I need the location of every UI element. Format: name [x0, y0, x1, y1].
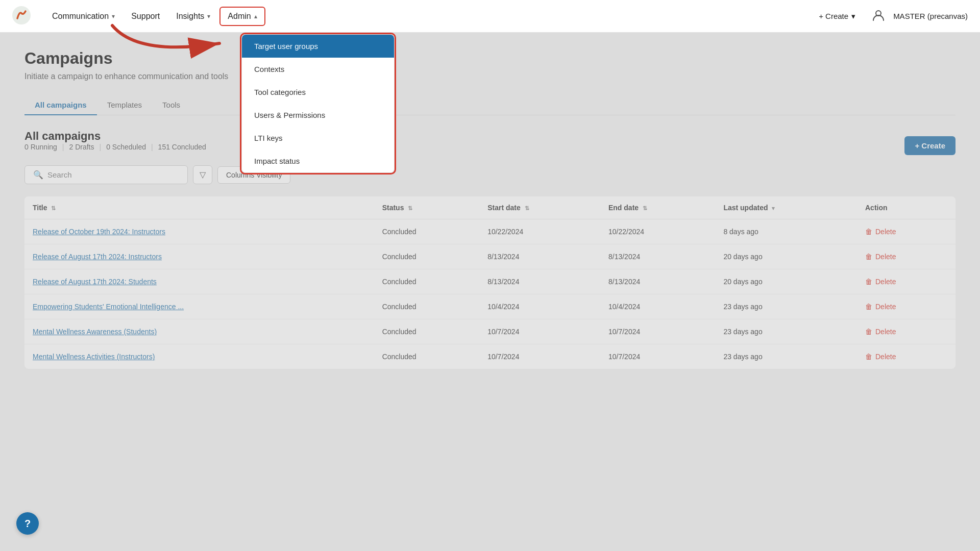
dropdown-item-tool-categories[interactable]: Tool categories: [242, 81, 394, 104]
nav-support[interactable]: Support: [124, 8, 167, 25]
user-icon[interactable]: [872, 8, 885, 24]
nav-support-label: Support: [131, 12, 160, 21]
insights-chevron-icon: ▾: [207, 13, 210, 20]
nav-insights[interactable]: Insights ▾: [169, 8, 217, 25]
dropdown-item-target-user-groups[interactable]: Target user groups: [242, 35, 394, 58]
nav-communication-label: Communication: [52, 12, 109, 21]
navbar: Communication ▾ Support Insights ▾ Admin…: [0, 0, 980, 33]
help-label: ?: [24, 518, 31, 530]
nav-admin-label: Admin: [228, 12, 251, 21]
global-create-button[interactable]: + Create ▾: [811, 8, 864, 25]
master-label: MASTER (precanvas): [893, 12, 968, 20]
dropdown-item-users-permissions[interactable]: Users & Permissions: [242, 104, 394, 127]
admin-chevron-icon: ▴: [254, 13, 257, 20]
nav-insights-label: Insights: [176, 12, 204, 21]
svg-point-0: [12, 6, 31, 24]
brand-logo[interactable]: [12, 6, 31, 27]
dropdown-item-contexts[interactable]: Contexts: [242, 58, 394, 81]
nav-admin[interactable]: Admin ▴: [219, 7, 265, 26]
communication-chevron-icon: ▾: [112, 13, 115, 20]
dropdown-item-impact-status[interactable]: Impact status: [242, 149, 394, 172]
dropdown-overlay: [0, 33, 980, 551]
nav-items: Communication ▾ Support Insights ▾ Admin…: [45, 7, 811, 26]
global-create-label: + Create: [819, 12, 848, 20]
dropdown-item-lti-keys[interactable]: LTI keys: [242, 127, 394, 149]
navbar-right: + Create ▾ MASTER (precanvas): [811, 8, 968, 25]
global-create-chevron-icon: ▾: [851, 12, 855, 21]
help-button[interactable]: ?: [16, 512, 39, 535]
nav-communication[interactable]: Communication ▾: [45, 8, 122, 25]
admin-dropdown: Target user groups Contexts Tool categor…: [241, 34, 395, 173]
